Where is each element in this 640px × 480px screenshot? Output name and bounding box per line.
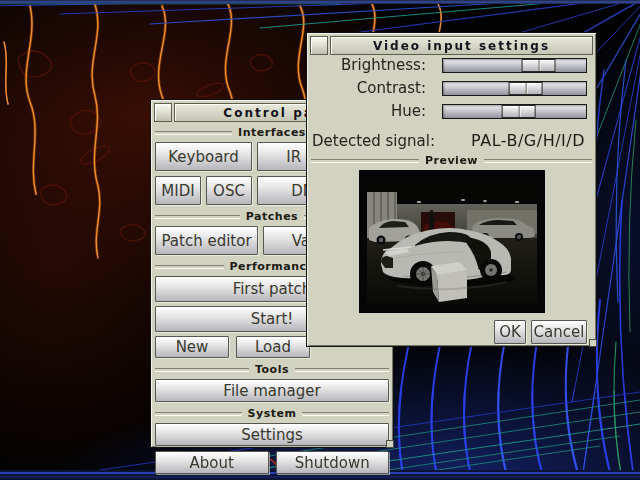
resize-grip[interactable] [386,440,394,448]
shutdown-button[interactable]: Shutdown [276,451,390,474]
midi-button[interactable]: MIDI [155,176,201,205]
window-menu-button[interactable] [154,103,172,122]
new-button[interactable]: New [155,336,229,358]
window-menu-button[interactable] [310,36,328,55]
brightness-slider-handle[interactable] [521,59,555,72]
desktop: Control panel Interfaces Keyboard IR rem… [0,0,640,480]
preview-image [367,178,537,305]
brightness-slider[interactable] [442,58,587,73]
detected-signal-label: Detected signal: [312,132,435,150]
preview-group-label: Preview [311,154,592,167]
video-settings-titlebar[interactable]: Video input settings [310,36,593,55]
video-settings-title: Video input settings [330,36,593,55]
patch-editor-button[interactable]: Patch editor [155,226,258,255]
section-header-tools: Tools [155,363,389,376]
detected-signal-value: PAL-B/G/H/I/D [471,131,585,150]
file-manager-button[interactable]: File manager [155,379,389,402]
section-header-system: System [155,407,389,420]
about-button[interactable]: About [155,451,269,474]
hue-label: Hue: [312,102,426,120]
resize-grip[interactable] [589,339,597,347]
contrast-slider[interactable] [442,81,587,96]
video-input-settings-window: Video input settings Brightness: Contras… [306,32,597,347]
keyboard-button[interactable]: Keyboard [155,142,252,171]
preview-image-frame [359,170,545,313]
load-button[interactable]: Load [236,336,310,358]
osc-button[interactable]: OSC [206,176,252,205]
contrast-slider-handle[interactable] [508,82,542,95]
brightness-label: Brightness: [312,56,426,74]
cancel-button[interactable]: Cancel [531,320,587,344]
hue-slider-handle[interactable] [502,105,536,118]
hue-slider[interactable] [442,104,587,119]
contrast-label: Contrast: [312,79,426,97]
settings-button[interactable]: Settings [155,423,389,446]
ok-button[interactable]: OK [494,320,526,344]
